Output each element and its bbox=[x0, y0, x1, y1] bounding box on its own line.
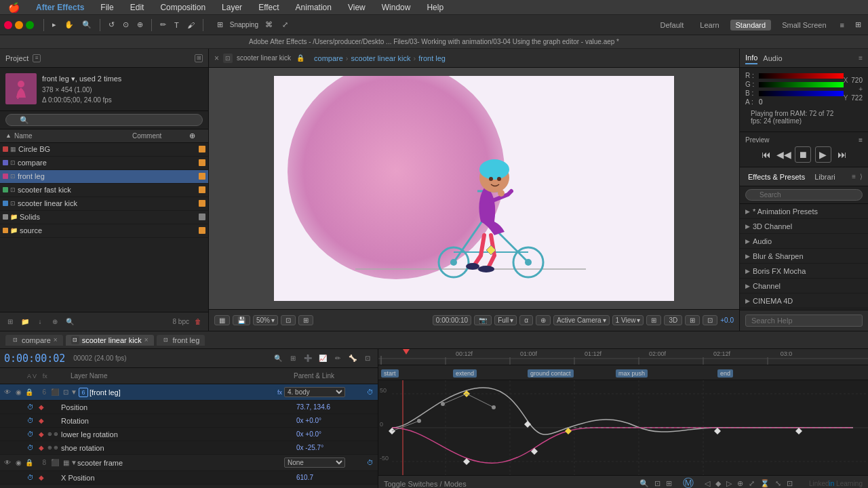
graph-canvas[interactable]: 50 0 -50 bbox=[378, 380, 868, 475]
handle-1[interactable] bbox=[417, 419, 421, 423]
marker-end[interactable]: end bbox=[717, 369, 733, 377]
graph-tool-4[interactable]: ⊡ bbox=[787, 479, 793, 488]
ws-smallscreen[interactable]: Small Screen bbox=[776, 20, 831, 30]
key-3[interactable] bbox=[524, 421, 531, 428]
layer-expand-8-btn[interactable]: ▼ bbox=[71, 459, 77, 466]
viewer-render-btn[interactable]: ▦ bbox=[214, 315, 230, 325]
layer-color-6-icon[interactable]: ⬛ bbox=[50, 388, 60, 397]
layer-switches-btn[interactable]: ⊞ bbox=[287, 352, 299, 365]
project-layer-compare[interactable]: ⊡ compare bbox=[0, 157, 208, 170]
hand-tool-btn[interactable]: ✋ bbox=[62, 19, 77, 30]
comp-tab-label[interactable]: scooter linear kick bbox=[237, 54, 291, 62]
snapping-toggle-btn[interactable]: ⊞ bbox=[214, 19, 226, 30]
text-tool-btn[interactable]: T bbox=[172, 20, 182, 30]
handle-2[interactable] bbox=[441, 402, 445, 406]
tl-subrow-shoe[interactable]: ⏱ ◆ ⊕ ⊕ shoe rotation 0x -25.7° bbox=[0, 441, 378, 455]
select-tool-btn[interactable]: ▸ bbox=[50, 19, 59, 30]
menu-aftereffects[interactable]: After Effects bbox=[33, 1, 87, 14]
menu-effect[interactable]: Effect bbox=[256, 1, 281, 14]
snap-kf-btn[interactable]: ⊕ bbox=[737, 479, 743, 488]
breadcrumb-mid[interactable]: scooter linear kick bbox=[351, 54, 411, 62]
key-shoe-icon[interactable]: ◆ bbox=[37, 443, 46, 453]
viewer-region-btn[interactable]: ⊕ bbox=[536, 315, 551, 325]
menu-view[interactable]: View bbox=[345, 1, 368, 14]
parent-select-frontleg[interactable]: 4. body bbox=[284, 387, 345, 397]
effect-audio[interactable]: ▶ Audio bbox=[740, 234, 868, 249]
tl-subrow-rotation[interactable]: ⏱ ◆ Rotation 0x +0.0° bbox=[0, 414, 378, 428]
marker-max-push[interactable]: max push bbox=[616, 369, 648, 377]
ws-expand-btn[interactable]: ⊞ bbox=[852, 19, 864, 30]
project-layer-scooter-fast[interactable]: ⊡ scooter fast kick bbox=[0, 184, 208, 197]
layer-puppet-btn[interactable]: ⊡ bbox=[361, 352, 374, 365]
key-lower-leg-icon[interactable]: ◆ bbox=[37, 430, 46, 439]
graph-tool-2[interactable]: ⌛ bbox=[760, 479, 770, 488]
info-tab[interactable]: Info bbox=[745, 52, 757, 64]
close-window-btn[interactable] bbox=[4, 21, 12, 29]
import-btn[interactable]: ↓ bbox=[34, 316, 46, 328]
effects-search-input[interactable] bbox=[745, 189, 863, 201]
search-btn[interactable]: 🔍 bbox=[64, 316, 76, 328]
play-btn[interactable]: ▶ bbox=[815, 146, 831, 163]
ws-default[interactable]: Default bbox=[655, 20, 690, 30]
layer-lock-icon[interactable]: 🔒 bbox=[24, 388, 34, 397]
comp-close-btn[interactable]: × bbox=[214, 54, 219, 63]
stopwatch-rotation-icon[interactable]: ⏱ bbox=[26, 416, 35, 426]
tl-fit-btn[interactable]: ⊞ bbox=[666, 479, 672, 488]
timecode-display[interactable]: 0:00:00:10 bbox=[433, 315, 471, 325]
layer-add-btn[interactable]: ➕ bbox=[302, 352, 314, 365]
effect-animation-presets[interactable]: ▶ * Animation Presets bbox=[740, 204, 868, 219]
stopwatch-frontleg[interactable]: ⏱ bbox=[366, 388, 375, 397]
viewer-save-btn[interactable]: 💾 bbox=[233, 315, 250, 325]
composition-viewer[interactable] bbox=[209, 68, 739, 309]
new-comp-btn[interactable]: ⊞ bbox=[4, 316, 16, 328]
tl-subrow-x-position[interactable]: ⏱ ◆ X Position 610.7 bbox=[0, 471, 378, 485]
timeline-tab-frontleg[interactable]: ⊡ front leg bbox=[157, 335, 205, 346]
viewer-toggle-btn[interactable]: ⊞ bbox=[298, 315, 313, 325]
stopwatch-shoe-icon[interactable]: ⏱ bbox=[26, 443, 35, 453]
search-layers-btn[interactable]: 🔍 bbox=[272, 352, 284, 365]
ws-options-btn[interactable]: ≡ bbox=[837, 20, 847, 30]
menu-layer[interactable]: Layer bbox=[219, 1, 245, 14]
viewer-camera-btn[interactable]: 📷 bbox=[474, 315, 492, 325]
marker-start[interactable]: start bbox=[381, 369, 399, 377]
viewer-alpha-btn[interactable]: α bbox=[519, 315, 533, 325]
effects-presets-tab[interactable]: Effects & Presets bbox=[745, 171, 808, 182]
layer-solo-icon[interactable]: ◉ bbox=[14, 388, 23, 397]
sort-icon[interactable]: ▲ bbox=[5, 132, 12, 139]
tl-subrow-lower-leg[interactable]: ⏱ ◆ ⊕ ⊕ lower leg rotation 0x +0.0° bbox=[0, 428, 378, 441]
project-layer-solids[interactable]: 📁 Solids bbox=[0, 211, 208, 224]
layer-bone-btn[interactable]: 🦴 bbox=[347, 352, 359, 365]
camera-tool-btn[interactable]: ⊙ bbox=[120, 19, 132, 30]
layer-lock-8-icon[interactable]: 🔒 bbox=[24, 458, 34, 468]
tl-row-scooter-frame[interactable]: 👁 ◉ 🔒 8 ⬛ ▦ ▼ scooter frame None ⏱ bbox=[0, 455, 378, 471]
parent-select-scooter[interactable]: None bbox=[284, 458, 345, 468]
project-panel-menu-btn[interactable]: ≡ bbox=[33, 54, 41, 62]
effect-boris[interactable]: ▶ Boris FX Mocha bbox=[740, 264, 868, 279]
project-layer-circle-bg[interactable]: ▦ Circle BG bbox=[0, 143, 208, 157]
panel-menu-icon[interactable]: ≡ bbox=[859, 54, 863, 62]
ws-learn[interactable]: Learn bbox=[694, 20, 724, 30]
layer-edit-btn[interactable]: ✏ bbox=[332, 352, 344, 365]
stopwatch-position-icon[interactable]: ⏱ bbox=[26, 403, 35, 412]
project-search-input[interactable] bbox=[5, 114, 203, 126]
zoom-dropdown[interactable]: 50% ▾ bbox=[253, 315, 278, 325]
effects-menu-icon[interactable]: ≡ bbox=[852, 173, 856, 180]
stopwatch-xpos-icon[interactable]: ⏱ bbox=[26, 473, 35, 483]
marker-ground[interactable]: ground contact bbox=[528, 369, 574, 377]
project-panel-grid-btn[interactable]: ⊞ bbox=[195, 54, 203, 62]
graph-area[interactable]: 00:12f 01:00f 01:12f 02:00f 02:12f 03:0 bbox=[378, 349, 868, 488]
menu-help[interactable]: Help bbox=[424, 1, 446, 14]
viewer-grid-btn[interactable]: ⊞ bbox=[685, 315, 700, 325]
project-layer-frontleg[interactable]: ⊡ front leg bbox=[0, 170, 208, 184]
playhead-marker[interactable] bbox=[403, 349, 410, 354]
comp-flowchart-btn[interactable]: ⊕ bbox=[49, 316, 61, 328]
apple-menu[interactable]: 🍎 bbox=[5, 1, 22, 14]
menu-composition[interactable]: Composition bbox=[157, 1, 208, 14]
audio-tab[interactable]: Audio bbox=[763, 53, 782, 64]
key-6[interactable] bbox=[795, 428, 802, 434]
stopwatch-scooter-frame[interactable]: ⏱ bbox=[366, 458, 375, 468]
quality-dropdown[interactable]: Full ▾ bbox=[494, 315, 517, 325]
preview-menu-icon[interactable]: ≡ bbox=[859, 136, 863, 144]
viewer-layout-btn[interactable]: ⊞ bbox=[646, 315, 661, 325]
layer-eye-8-icon[interactable]: 👁 bbox=[3, 458, 12, 468]
